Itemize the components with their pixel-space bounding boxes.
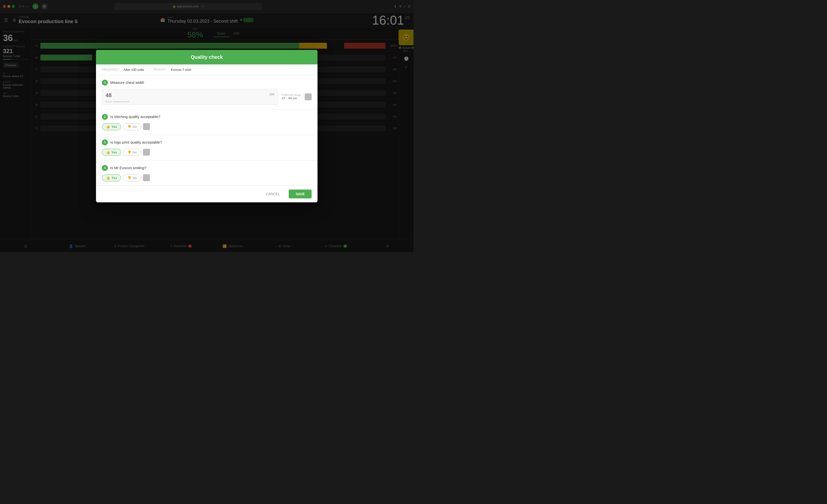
no-button-4[interactable]: 👎 No xyxy=(123,174,141,181)
no-button-2[interactable]: 👎 No xyxy=(123,123,141,130)
thumbs-up-icon: 👍 xyxy=(106,151,110,154)
yes-button-2[interactable]: 👍 Yes xyxy=(102,123,121,130)
comment-button-3[interactable] xyxy=(143,149,150,156)
modal-title: Quality check xyxy=(102,54,311,60)
preferred-range-label: Preferred range xyxy=(282,94,301,96)
measurement-row: cm Enter measurement Preferred range 47 … xyxy=(102,89,311,105)
save-button[interactable]: SAVE xyxy=(289,189,311,199)
comment-button-4[interactable] xyxy=(143,174,150,181)
question-text-1: Measure chest width xyxy=(110,80,144,85)
question-header-3: 3 Is logo print quality acceptable? xyxy=(102,139,311,145)
question-section-2: 2 Is stitching quality acceptable? 👍 Yes… xyxy=(96,109,318,135)
quality-check-modal: Quality check FREQUENCY After 100 units … xyxy=(96,50,318,202)
frequency-value: After 100 units xyxy=(124,68,144,71)
product-value: Evocon T-shirt xyxy=(171,68,191,71)
question-number-3: 3 xyxy=(102,139,108,145)
yes-button-4[interactable]: 👍 Yes xyxy=(102,174,121,181)
measurement-hint: Enter measurement xyxy=(106,100,130,103)
modal-overlay: Quality check FREQUENCY After 100 units … xyxy=(0,0,414,252)
question-controls-4: 👍 Yes 👎 No xyxy=(102,174,311,181)
question-section-4: 4 Is Mr Evocon smiling? 👍 Yes 👎 No xyxy=(96,161,318,185)
question-section-3: 3 Is logo print quality acceptable? 👍 Ye… xyxy=(96,135,318,161)
thumbs-down-icon: 👎 xyxy=(127,176,131,180)
measurement-unit: cm xyxy=(270,92,274,96)
question-section-1: 1 Measure chest width cm Enter measureme… xyxy=(96,75,318,109)
question-controls-2: 👍 Yes 👎 No xyxy=(102,123,311,130)
question-header-4: 4 Is Mr Evocon smiling? xyxy=(102,165,311,171)
yes-button-3[interactable]: 👍 Yes xyxy=(102,149,121,156)
product-label: PRODUCT xyxy=(153,68,167,71)
thumbs-up-icon: 👍 xyxy=(106,176,110,180)
question-number-2: 2 xyxy=(102,114,108,120)
comment-button-1[interactable] xyxy=(305,94,311,100)
preferred-range: Preferred range 47 - 49 cm xyxy=(282,94,301,100)
question-header-2: 2 Is stitching quality acceptable? xyxy=(102,114,311,120)
question-controls-3: 👍 Yes 👎 No xyxy=(102,149,311,156)
preferred-range-value: 47 - 49 cm xyxy=(282,96,301,100)
measurement-input-wrap: cm Enter measurement xyxy=(102,89,278,105)
no-button-3[interactable]: 👎 No xyxy=(123,149,141,156)
thumbs-up-icon: 👍 xyxy=(106,125,110,128)
modal-footer: CANCEL SAVE xyxy=(96,185,318,202)
modal-header: Quality check xyxy=(96,50,318,64)
question-number-4: 4 xyxy=(102,165,108,171)
thumbs-down-icon: 👎 xyxy=(127,125,131,128)
thumbs-down-icon: 👎 xyxy=(127,151,131,154)
question-text-3: Is logo print quality acceptable? xyxy=(110,140,162,144)
question-number-1: 1 xyxy=(102,80,108,86)
question-text-2: Is stitching quality acceptable? xyxy=(110,115,160,119)
question-text-4: Is Mr Evocon smiling? xyxy=(110,166,146,170)
modal-body: FREQUENCY After 100 units PRODUCT Evocon… xyxy=(96,64,318,185)
cancel-button[interactable]: CANCEL xyxy=(260,189,286,199)
comment-button-2[interactable] xyxy=(143,123,150,130)
question-header-1: 1 Measure chest width xyxy=(102,80,311,86)
frequency-bar: FREQUENCY After 100 units PRODUCT Evocon… xyxy=(96,64,318,75)
frequency-label: FREQUENCY xyxy=(102,68,119,71)
app: ☰ 🖥 STATION Evocon production line 5 📅 S… xyxy=(0,13,414,252)
